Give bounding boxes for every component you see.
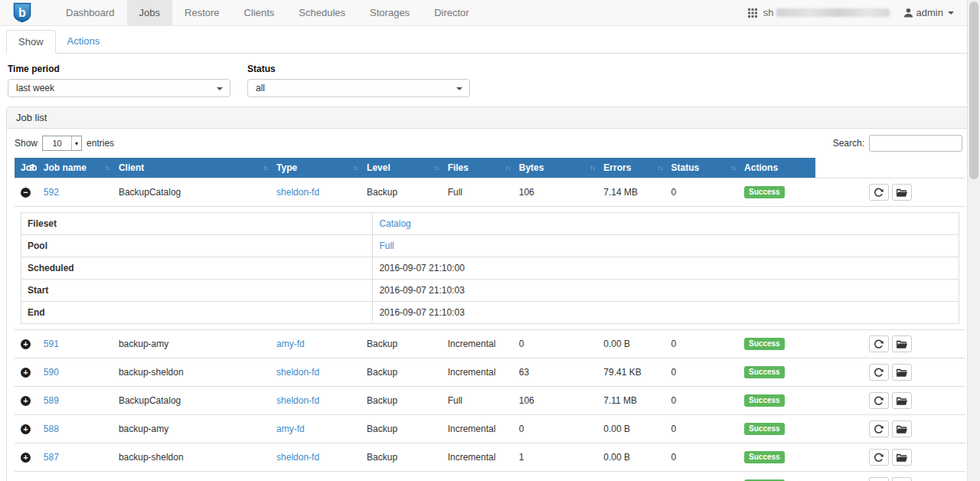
job-row: +587backup-sheldonsheldon-fdBackupIncrem… xyxy=(15,443,965,472)
rerun-job-button[interactable] xyxy=(869,392,889,409)
time-period-label: Time period xyxy=(8,64,230,74)
job-id-link[interactable]: 592 xyxy=(44,187,59,198)
job-type: Backup xyxy=(361,358,442,387)
baculum-logo[interactable]: b xyxy=(12,2,32,24)
user-name: admin xyxy=(916,7,943,18)
job-name: BackupCatalog xyxy=(113,387,270,415)
job-bytes: 7.09 MB xyxy=(597,472,665,481)
job-id-link[interactable]: 588 xyxy=(44,424,59,434)
detail-label: Start xyxy=(21,280,373,302)
detail-value: 2016-09-07 21:10:03 xyxy=(379,307,464,318)
time-period-value: last week xyxy=(16,83,54,93)
detail-value-link[interactable]: Catalog xyxy=(379,218,410,229)
status-select[interactable]: all xyxy=(247,79,470,97)
browse-job-files-button[interactable] xyxy=(892,477,912,481)
rerun-job-button[interactable] xyxy=(869,420,889,437)
expand-row-button[interactable]: + xyxy=(21,396,31,406)
entries-value: 10 xyxy=(43,139,71,148)
nav-item-storages[interactable]: Storages xyxy=(358,0,422,25)
client-link[interactable]: amy-fd xyxy=(276,339,305,349)
client-link[interactable]: amy-fd xyxy=(276,424,305,434)
scrollbar-thumb[interactable] xyxy=(969,2,978,179)
job-errors: 0 xyxy=(665,178,738,207)
job-id-link[interactable]: 587 xyxy=(44,452,59,463)
rerun-job-button[interactable] xyxy=(869,184,889,201)
user-menu[interactable]: admin xyxy=(903,7,954,18)
panel-title: Job list xyxy=(7,107,973,129)
job-errors: 0 xyxy=(665,443,738,472)
job-list-panel: Job list Show 10 ▼ entries Search: J xyxy=(6,106,974,481)
job-id-link[interactable]: 590 xyxy=(44,367,59,378)
expand-row-button[interactable]: + xyxy=(21,453,31,463)
tab-show[interactable]: Show xyxy=(6,30,56,54)
browse-job-files-button[interactable] xyxy=(892,392,912,409)
client-link[interactable]: sheldon-fd xyxy=(276,187,319,198)
detail-value: 2016-09-07 21:10:00 xyxy=(379,263,464,273)
column-header-status[interactable]: Status↑↓ xyxy=(665,158,738,178)
expand-row-button[interactable]: + xyxy=(21,368,31,378)
job-level: Full xyxy=(442,178,513,207)
sort-icon: ↑↓ xyxy=(434,164,439,172)
browse-job-files-button[interactable] xyxy=(892,335,912,352)
job-type: Backup xyxy=(361,443,442,472)
job-level: Incremental xyxy=(442,443,513,472)
browse-job-files-button[interactable] xyxy=(892,420,912,437)
job-type: Backup xyxy=(361,178,442,207)
nav-item-schedules[interactable]: Schedules xyxy=(286,0,358,25)
column-header-job-name[interactable]: Job name↑↓ xyxy=(38,158,113,178)
navbar-right: sh admin xyxy=(748,7,980,18)
column-header-client[interactable]: Client↑↓ xyxy=(113,158,270,178)
nav-item-clients[interactable]: Clients xyxy=(232,0,287,25)
status-badge: Success xyxy=(744,394,785,407)
search-input[interactable] xyxy=(869,135,962,152)
sort-icon: ↑↓ xyxy=(657,164,662,172)
job-level: Full xyxy=(442,472,513,481)
time-period-filter: Time period last week xyxy=(8,64,230,97)
search-control: Search: xyxy=(833,135,965,152)
client-link[interactable]: sheldon-fd xyxy=(276,452,319,463)
column-header-errors[interactable]: Errors↑↓ xyxy=(597,158,665,178)
detail-value-link[interactable]: Full xyxy=(379,240,394,251)
nav-item-director[interactable]: Director xyxy=(422,0,482,25)
column-header-bytes[interactable]: Bytes↑↓ xyxy=(513,158,598,178)
status-value: all xyxy=(256,83,265,93)
nav-item-restore[interactable]: Restore xyxy=(172,0,232,25)
browse-job-files-button[interactable] xyxy=(892,364,912,381)
job-errors: 0 xyxy=(665,472,738,481)
apps-grid-icon[interactable] xyxy=(748,8,757,18)
detail-label: End xyxy=(21,302,373,324)
nav-item-dashboard[interactable]: Dashboard xyxy=(54,0,127,25)
rerun-job-button[interactable] xyxy=(869,477,889,481)
job-name: backup-amy xyxy=(113,415,270,443)
scrollbar[interactable] xyxy=(967,0,980,481)
client-link[interactable]: sheldon-fd xyxy=(276,395,319,406)
rerun-job-button[interactable] xyxy=(869,335,889,352)
panel-body: Show 10 ▼ entries Search: Job ID↓Job nam… xyxy=(7,129,973,481)
column-header-files[interactable]: Files↑↓ xyxy=(442,158,513,178)
page-tabs: ShowActions xyxy=(6,30,974,54)
browse-job-files-button[interactable] xyxy=(892,184,912,201)
tab-actions[interactable]: Actions xyxy=(56,30,112,54)
nav-item-jobs[interactable]: Jobs xyxy=(127,0,172,25)
rerun-job-button[interactable] xyxy=(869,364,889,381)
column-header-type[interactable]: Type↑↓ xyxy=(270,158,361,178)
user-icon xyxy=(903,8,913,18)
rerun-job-button[interactable] xyxy=(869,449,889,466)
status-badge: Success xyxy=(744,338,785,350)
expand-row-button[interactable]: + xyxy=(21,424,31,434)
job-bytes: 0.00 B xyxy=(597,415,665,443)
column-header-level[interactable]: Level↑↓ xyxy=(361,158,442,178)
job-errors: 0 xyxy=(665,358,738,387)
time-period-select[interactable]: last week xyxy=(8,79,230,97)
table-controls: Show 10 ▼ entries Search: xyxy=(15,135,965,152)
job-id-link[interactable]: 591 xyxy=(44,339,59,349)
client-link[interactable]: sheldon-fd xyxy=(276,367,319,378)
detail-label: Scheduled xyxy=(21,257,373,280)
entries-select[interactable]: 10 ▼ xyxy=(42,136,82,151)
filters: Time period last week Status all xyxy=(8,64,974,97)
job-id-link[interactable]: 589 xyxy=(44,395,59,406)
column-header-job-id[interactable]: Job ID↓ xyxy=(15,158,38,178)
collapse-row-button[interactable]: − xyxy=(21,188,31,198)
browse-job-files-button[interactable] xyxy=(892,449,912,466)
expand-row-button[interactable]: + xyxy=(21,339,31,349)
